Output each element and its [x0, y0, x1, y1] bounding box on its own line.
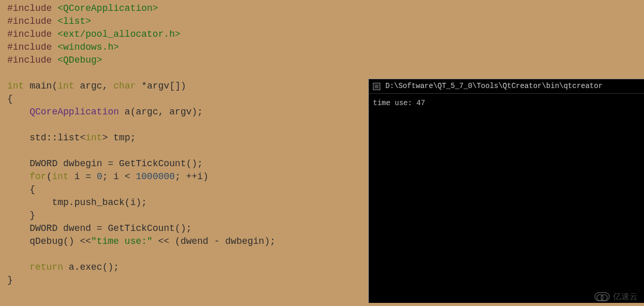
code-line: #include <QCoreApplication> — [7, 3, 158, 13]
identifier: i — [197, 171, 203, 182]
preproc-directive: #include — [7, 3, 52, 13]
identifier: a.exec — [69, 262, 102, 272]
qt-type: QCoreApplication — [29, 107, 119, 117]
type-keyword: char — [113, 81, 136, 91]
preproc-directive: #include — [7, 29, 52, 39]
symbol: < — [119, 171, 136, 182]
symbol: = — [102, 158, 119, 169]
identifier: argv — [147, 81, 169, 91]
code-line: tmp.push_back(i); — [7, 197, 147, 208]
symbol: } — [29, 210, 35, 221]
symbol: > — [102, 133, 108, 143]
symbol: } — [7, 275, 13, 285]
symbol: (i) — [125, 197, 141, 208]
code-line: } — [7, 210, 35, 221]
symbol: { — [29, 184, 35, 195]
code-line: } — [7, 275, 13, 285]
identifier: i — [113, 171, 119, 182]
symbol: [] — [169, 81, 181, 91]
preproc-directive: #include — [7, 55, 52, 65]
symbol: ; — [197, 107, 203, 117]
identifier: DWORD — [29, 158, 57, 169]
symbol: ; — [175, 171, 186, 182]
console-window[interactable]: D:\Software\QT_5_7_0\Tools\QtCreator\bin… — [368, 79, 644, 303]
symbol: = — [91, 223, 108, 234]
string-literal: "time use:" — [91, 236, 153, 246]
code-line: QCoreApplication a(argc, argv); — [7, 107, 203, 117]
include-path: <windows.h> — [57, 42, 119, 52]
identifier: a — [125, 107, 130, 117]
symbol: << — [74, 236, 91, 246]
symbol: (argc, argv) — [130, 107, 198, 117]
console-output[interactable]: time use: 47 — [369, 94, 644, 113]
code-line: #include <QDebug> — [7, 55, 102, 65]
code-line: { — [7, 94, 13, 104]
symbol: { — [7, 94, 13, 104]
symbol: * — [141, 81, 147, 91]
symbol: () — [175, 223, 186, 234]
symbol: ++ — [186, 171, 198, 182]
symbol: ) — [203, 171, 208, 182]
console-title: D:\Software\QT_5_7_0\Tools\QtCreator\bin… — [385, 80, 603, 93]
identifier: DWORD — [29, 223, 57, 234]
identifier: GetTickCount — [119, 158, 186, 169]
code-line: DWORD dwbegin = GetTickCount(); — [7, 158, 203, 169]
type-keyword: int — [7, 81, 24, 91]
code-line: return a.exec(); — [7, 262, 119, 272]
code-line: int main(int argc, char *argv[]) — [7, 81, 186, 91]
symbol: < — [80, 133, 85, 143]
symbol: ; — [141, 197, 147, 208]
type-keyword: int — [52, 171, 68, 182]
symbol: ; — [186, 223, 192, 234]
symbol: ; — [130, 133, 136, 143]
preproc-directive: #include — [7, 16, 52, 26]
symbol: ; — [270, 236, 276, 246]
code-line: #include <ext/pool_allocator.h> — [7, 29, 181, 39]
watermark-text: 亿速云 — [613, 290, 638, 303]
app-icon — [373, 83, 380, 90]
symbol: ( — [52, 81, 57, 91]
include-path: <QDebug> — [57, 55, 102, 65]
include-path: <ext/pool_allocator.h> — [57, 29, 181, 39]
symbol: << — [153, 236, 169, 246]
symbol: , — [102, 81, 108, 91]
include-path: <QCoreApplication> — [57, 3, 158, 13]
symbol: () — [186, 158, 198, 169]
code-line: { — [7, 184, 35, 195]
identifier: tmp — [113, 133, 130, 143]
symbol: ) — [181, 81, 186, 91]
code-line: qDebug() <<"time use:" << (dwend - dwbeg… — [7, 236, 276, 246]
identifier: i — [74, 171, 80, 182]
code-line: #include <list> — [7, 16, 91, 26]
identifier: qDebug — [29, 236, 63, 246]
type-keyword: int — [85, 133, 102, 143]
symbol: () — [102, 262, 114, 272]
identifier: dwbegin — [63, 158, 102, 169]
watermark: 亿速云 — [594, 290, 638, 303]
number-literal: 0 — [97, 171, 102, 182]
type-keyword: int — [57, 81, 74, 91]
code-line: DWORD dwend = GetTickCount(); — [7, 223, 192, 234]
identifier: argc — [80, 81, 102, 91]
console-titlebar[interactable]: D:\Software\QT_5_7_0\Tools\QtCreator\bin… — [369, 79, 644, 94]
watermark-logo-icon — [594, 292, 610, 301]
identifier: std::list — [29, 133, 80, 143]
identifier: dwend — [63, 223, 91, 234]
identifier: (dwend - dwbegin) — [169, 236, 269, 246]
symbol: ; — [197, 158, 203, 169]
code-line: #include <windows.h> — [7, 42, 119, 52]
flow-keyword: return — [29, 262, 63, 272]
identifier: tmp.push_back — [52, 197, 124, 208]
identifier: GetTickCount — [108, 223, 175, 234]
symbol: ( — [47, 171, 52, 182]
symbol: ; — [113, 262, 119, 272]
symbol: () — [63, 236, 74, 246]
include-path: <list> — [57, 16, 91, 26]
code-line: std::list<int> tmp; — [7, 133, 136, 143]
flow-keyword: for — [29, 171, 46, 182]
function-name: main — [29, 81, 52, 91]
number-literal: 1000000 — [136, 171, 175, 182]
code-line: for(int i = 0; i < 1000000; ++i) — [7, 171, 208, 182]
preproc-directive: #include — [7, 42, 52, 52]
symbol: ; — [102, 171, 114, 182]
